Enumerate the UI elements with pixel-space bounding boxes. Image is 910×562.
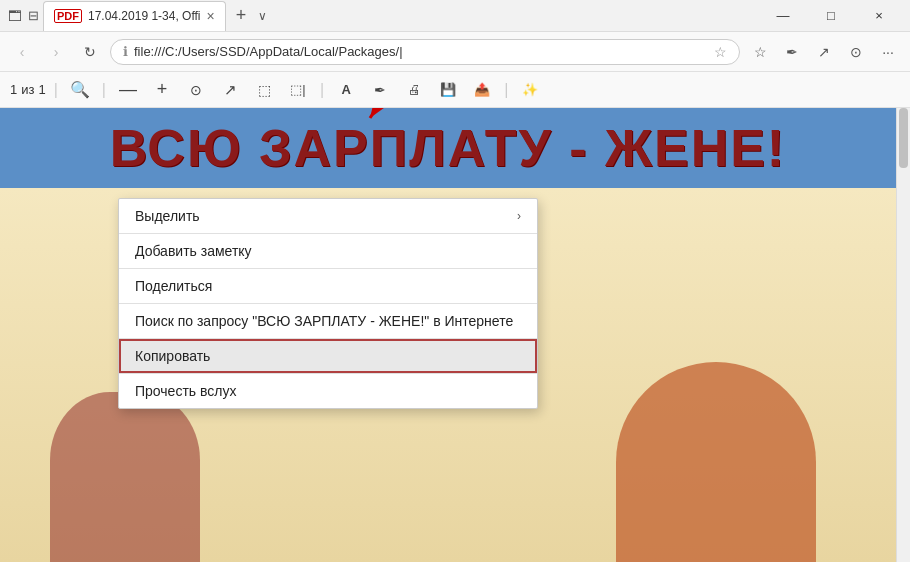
- svg-line-1: [370, 108, 410, 118]
- address-bar-actions: ☆ ✒ ↗ ⊙ ···: [746, 38, 902, 66]
- context-menu-label-read-aloud: Прочесть вслух: [135, 383, 236, 399]
- tab-label: 17.04.2019 1-34, Offi: [88, 9, 201, 23]
- context-menu-item-select[interactable]: Выделить ›: [119, 199, 537, 233]
- sign-icon[interactable]: ✒: [778, 38, 806, 66]
- forward-button[interactable]: ›: [42, 38, 70, 66]
- info-icon: ℹ: [123, 44, 128, 59]
- pdf-toolbar: 1 из 1 | 🔍 | — + ⊙ ↗ ⬚ ⬚| | A ✒ 🖨 💾 📤 | …: [0, 72, 910, 108]
- more-menu-button[interactable]: ···: [874, 38, 902, 66]
- zoom-out-button[interactable]: —: [114, 76, 142, 104]
- poster-header: ВСЮ ЗАРПЛАТУ - ЖЕНЕ!: [0, 108, 896, 188]
- page-separator: из: [21, 82, 34, 97]
- context-menu-label-share: Поделиться: [135, 278, 212, 294]
- tab-chevron-button[interactable]: ∨: [258, 9, 267, 23]
- separator-1: |: [54, 81, 58, 99]
- minimize-button[interactable]: —: [760, 0, 806, 32]
- scrollbar-thumb[interactable]: [899, 108, 908, 168]
- reading-list-icon[interactable]: ☆: [746, 38, 774, 66]
- context-menu-label-search: Поиск по запросу "ВСЮ ЗАРПЛАТУ - ЖЕНЕ!" …: [135, 313, 513, 329]
- poster-title: ВСЮ ЗАРПЛАТУ - ЖЕНЕ!: [20, 118, 876, 178]
- window-icon: 🗔: [8, 8, 22, 24]
- context-menu-item-add-note[interactable]: Добавить заметку: [119, 234, 537, 268]
- address-bar: ‹ › ↻ ℹ file:///C:/Users/SSD/AppData/Loc…: [0, 32, 910, 72]
- favorite-icon[interactable]: ☆: [714, 44, 727, 60]
- title-bar: 🗔 ⊟ PDF 17.04.2019 1-34, Offi × + ∨ — □ …: [0, 0, 910, 32]
- tab-pdf-icon: PDF: [54, 9, 82, 23]
- title-bar-left: 🗔 ⊟: [8, 8, 39, 24]
- context-menu-item-read-aloud[interactable]: Прочесть вслух: [119, 374, 537, 408]
- select-area-button[interactable]: ⬚: [250, 76, 278, 104]
- immersive-reader-icon[interactable]: ⊙: [842, 38, 870, 66]
- select-text-button[interactable]: ⬚|: [284, 76, 312, 104]
- tab-bar: PDF 17.04.2019 1-34, Offi × + ∨: [43, 1, 760, 31]
- separator-4: |: [504, 81, 508, 99]
- url-text: file:///C:/Users/SSD/AppData/Local/Packa…: [134, 44, 708, 59]
- back-button[interactable]: ‹: [8, 38, 36, 66]
- search-button[interactable]: 🔍: [66, 76, 94, 104]
- context-menu-label-copy: Копировать: [135, 348, 210, 364]
- share-icon[interactable]: ↗: [810, 38, 838, 66]
- context-menu-item-share[interactable]: Поделиться: [119, 269, 537, 303]
- active-tab[interactable]: PDF 17.04.2019 1-34, Offi ×: [43, 1, 226, 31]
- context-menu: Выделить › Добавить заметку Поделиться П…: [118, 198, 538, 409]
- context-menu-item-copy[interactable]: Копировать: [119, 339, 537, 373]
- maximize-button[interactable]: □: [808, 0, 854, 32]
- total-pages: 1: [38, 82, 45, 97]
- window-controls: — □ ×: [760, 0, 902, 32]
- fit-page-button[interactable]: ⊙: [182, 76, 210, 104]
- rotate-button[interactable]: ↗: [216, 76, 244, 104]
- context-menu-label-select: Выделить: [135, 208, 200, 224]
- refresh-button[interactable]: ↻: [76, 38, 104, 66]
- sign-pdf-button[interactable]: ✒: [366, 76, 394, 104]
- share-pdf-button[interactable]: 📤: [468, 76, 496, 104]
- tab-close-button[interactable]: ×: [207, 8, 215, 24]
- more-tools-button[interactable]: ✨: [516, 76, 544, 104]
- separator-2: |: [102, 81, 106, 99]
- context-menu-item-search[interactable]: Поиск по запросу "ВСЮ ЗАРПЛАТУ - ЖЕНЕ!" …: [119, 304, 537, 338]
- context-menu-label-add-note: Добавить заметку: [135, 243, 252, 259]
- print-button[interactable]: 🖨: [400, 76, 428, 104]
- chevron-icon: ›: [517, 209, 521, 223]
- scrollbar[interactable]: [896, 108, 910, 562]
- close-button[interactable]: ×: [856, 0, 902, 32]
- page-info: 1 из 1: [10, 82, 46, 97]
- content-area: ВСЮ ЗАРПЛАТУ - ЖЕНЕ! Выдел: [0, 108, 910, 562]
- url-box[interactable]: ℹ file:///C:/Users/SSD/AppData/Local/Pac…: [110, 39, 740, 65]
- save-button[interactable]: 💾: [434, 76, 462, 104]
- new-tab-button[interactable]: +: [226, 1, 257, 30]
- highlight-button[interactable]: A: [332, 76, 360, 104]
- back-icon-title[interactable]: ⊟: [28, 8, 39, 23]
- current-page: 1: [10, 82, 17, 97]
- separator-3: |: [320, 81, 324, 99]
- zoom-in-button[interactable]: +: [148, 76, 176, 104]
